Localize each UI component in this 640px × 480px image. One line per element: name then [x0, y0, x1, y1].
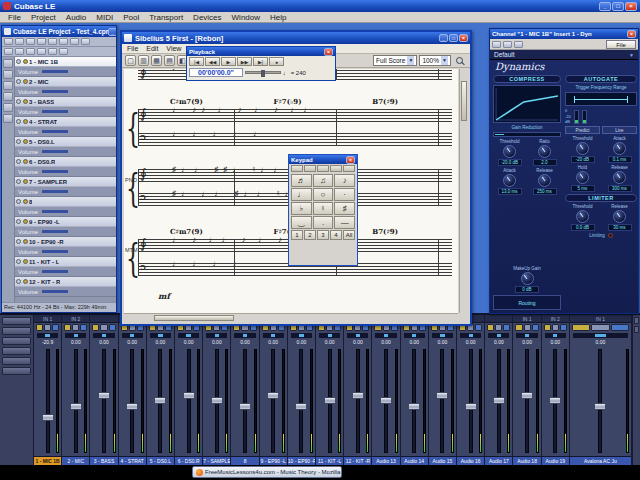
transport-button[interactable]: ●	[269, 57, 284, 66]
pan-control[interactable]	[319, 333, 340, 338]
channel-fader[interactable]	[372, 347, 399, 455]
tempo-slider[interactable]	[245, 71, 281, 74]
transport-button[interactable]: ▶|	[253, 57, 268, 66]
pan-control[interactable]	[206, 333, 227, 338]
channel-name[interactable]: Audio 16	[457, 456, 484, 465]
keypad-voice-button[interactable]: 2	[304, 230, 316, 240]
track-automation-row[interactable]: Volume	[15, 107, 116, 117]
monitor-icon[interactable]	[23, 159, 28, 164]
channel-fader[interactable]	[513, 347, 540, 455]
rail-icon[interactable]	[3, 70, 13, 79]
menu-item[interactable]: File	[8, 13, 21, 22]
keypad-titlebar[interactable]: Keypad ×	[289, 155, 357, 164]
knob[interactable]	[538, 145, 551, 158]
keypad-key[interactable]: ♮	[313, 202, 334, 215]
monitor-icon[interactable]	[23, 239, 28, 244]
mixer-scrollbar[interactable]	[632, 315, 640, 465]
channel-fader[interactable]	[34, 347, 61, 455]
monitor-icon[interactable]	[23, 179, 28, 184]
menu-item[interactable]: Edit	[146, 45, 158, 52]
rail-icon[interactable]	[3, 114, 13, 123]
cubase-titlebar[interactable]: Cubase LE _ □ ×	[0, 0, 640, 12]
print-icon[interactable]: ▤	[164, 55, 175, 66]
edit-channel-button[interactable]	[475, 324, 482, 331]
volume-slider[interactable]	[42, 150, 68, 153]
channel-fader[interactable]	[90, 347, 117, 455]
mixer-panel-button[interactable]	[2, 367, 31, 375]
track-automation-row[interactable]: Volume	[15, 187, 116, 197]
channel-name[interactable]: Audio 17	[485, 456, 512, 465]
open-icon[interactable]: ▥	[138, 55, 149, 66]
track-automation-row[interactable]: Volume	[15, 147, 116, 157]
keypad-key[interactable]: ♭	[291, 202, 312, 215]
track-automation-row[interactable]: Volume	[15, 287, 116, 297]
monitor-icon[interactable]	[23, 139, 28, 144]
monitor-icon[interactable]	[23, 259, 28, 264]
knob[interactable]	[576, 142, 589, 155]
toolbar-icon[interactable]	[37, 48, 46, 55]
channel-name[interactable]: 11 - KIT -L	[316, 456, 343, 465]
track-name-row[interactable]: 5 - DS0.L	[15, 137, 116, 147]
pan-control[interactable]	[65, 333, 86, 338]
toolbar-icon[interactable]	[37, 38, 46, 45]
compress-section-button[interactable]: COMPRESS	[493, 75, 561, 83]
channel-name[interactable]: Audio 14	[401, 456, 428, 465]
keypad-close-button[interactable]: ×	[346, 156, 355, 164]
transport-button[interactable]: |◀	[189, 57, 204, 66]
track-name-row[interactable]: 6 - DS0.R	[15, 157, 116, 167]
keypad-tab[interactable]	[291, 165, 303, 172]
menu-item[interactable]: Devices	[193, 13, 221, 22]
edit-channel-button[interactable]	[52, 324, 59, 331]
edit-channel-button[interactable]	[503, 324, 510, 331]
track-automation-row[interactable]: Volume	[15, 247, 116, 257]
track-automation-row[interactable]: Volume	[15, 87, 116, 97]
file-button[interactable]: File	[606, 40, 636, 49]
rail-icon[interactable]	[3, 92, 13, 101]
channel-name[interactable]: 7 - SAMPLER	[203, 456, 230, 465]
toolbar-icon[interactable]	[4, 38, 13, 45]
record-enable-icon[interactable]	[16, 59, 21, 64]
keypad-voice-button[interactable]: 3	[317, 230, 329, 240]
sibelius-maximize-button[interactable]: □	[449, 34, 458, 42]
record-enable-icon[interactable]	[16, 239, 21, 244]
menu-item[interactable]: Audio	[66, 13, 86, 22]
mixer-panel-button[interactable]	[2, 347, 31, 355]
channel-fader[interactable]	[231, 347, 258, 455]
solo-button[interactable]	[72, 324, 79, 331]
write-automation-icon[interactable]	[514, 41, 523, 48]
volume-slider[interactable]	[42, 90, 68, 93]
pan-control[interactable]	[122, 333, 143, 338]
zoom-magnifier-icon[interactable]	[455, 56, 465, 66]
transport-button[interactable]: ◀◀	[205, 57, 220, 66]
solo-button[interactable]	[44, 324, 51, 331]
channel-fader[interactable]	[570, 347, 631, 455]
keypad-key[interactable]: .	[313, 216, 334, 229]
channel-name[interactable]: 10 - EP90 -R	[288, 456, 315, 465]
keypad-voice-button[interactable]: All	[343, 230, 355, 240]
dynamics-titlebar[interactable]: Channel "1 - MIC 1B" Insert 1 - Dyn ×	[490, 29, 638, 39]
menu-item[interactable]: View	[166, 45, 181, 52]
taskbar-firef0x-button[interactable]: FreeMusicLessons4u.com - Music Theory - …	[192, 466, 342, 478]
record-enable-icon[interactable]	[16, 99, 21, 104]
monitor-icon[interactable]	[23, 59, 28, 64]
knob[interactable]	[613, 210, 626, 223]
keypad-voice-button[interactable]: 1	[291, 230, 303, 240]
pan-control[interactable]	[375, 333, 396, 338]
menu-item[interactable]: Project	[31, 13, 56, 22]
bypass-icon[interactable]	[492, 41, 501, 48]
channel-fader[interactable]	[147, 347, 174, 455]
toolbar-icon[interactable]	[15, 38, 24, 45]
mute-button[interactable]	[64, 324, 71, 331]
channel-input-routing[interactable]: IN 1	[513, 315, 540, 323]
zoom-select[interactable]: 100% ▼	[419, 55, 451, 66]
pan-control[interactable]	[573, 333, 628, 338]
menu-item[interactable]: Help	[270, 13, 286, 22]
channel-name[interactable]: 3 - BASS	[90, 456, 117, 465]
channel-fader[interactable]	[203, 347, 230, 455]
mixer-panel-button[interactable]	[2, 317, 31, 325]
track-name-row[interactable]: 9 - EP90 -L	[15, 217, 116, 227]
mixer-panel-button[interactable]	[2, 337, 31, 345]
dynamics-close-button[interactable]: ×	[627, 30, 636, 38]
preset-selector[interactable]: Default ▼	[490, 50, 638, 60]
mute-button[interactable]	[36, 324, 43, 331]
